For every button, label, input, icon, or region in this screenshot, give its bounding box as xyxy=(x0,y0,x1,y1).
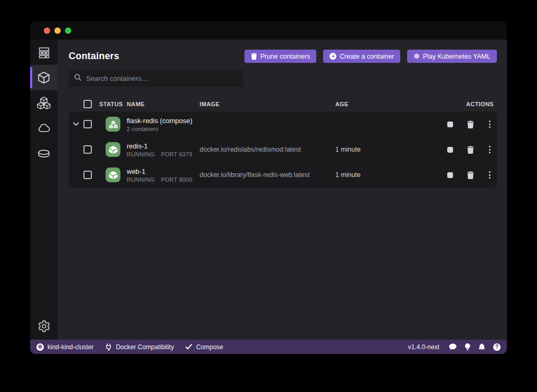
table-row-redis-1[interactable]: redis-1 RUNNING PORT 6379 docker.io/redi… xyxy=(69,137,497,162)
more-actions-button[interactable] xyxy=(488,145,492,154)
create-container-button[interactable]: + Create a container xyxy=(323,50,400,63)
navigation-sidebar xyxy=(30,40,58,340)
row-port: PORT 8000 xyxy=(161,176,193,183)
desktop-background: Containers Prune containers + Create a c… xyxy=(0,0,537,392)
sidebar-item-containers[interactable] xyxy=(30,65,58,90)
status-bar: ☸ kind-kind-cluster Docker Compatibility… xyxy=(30,340,507,354)
table-row-web-1[interactable]: web-1 RUNNING PORT 8000 docker.io/librar… xyxy=(69,162,497,188)
row-name[interactable]: flask-redis (compose) xyxy=(127,117,200,125)
statusbar-compose[interactable]: Compose xyxy=(185,343,223,351)
delete-button[interactable] xyxy=(467,171,474,179)
kubernetes-helm-icon: ☸ xyxy=(36,343,44,351)
row-checkbox[interactable] xyxy=(83,145,92,154)
title-bar[interactable] xyxy=(30,21,507,40)
containers-table: flask-redis (compose) 2 containers xyxy=(69,111,497,188)
column-header-actions: ACTIONS xyxy=(439,101,497,107)
sidebar-item-dashboard[interactable] xyxy=(30,40,58,65)
trash-icon xyxy=(251,53,257,60)
stop-icon xyxy=(447,172,453,178)
trash-icon xyxy=(467,171,474,179)
column-header-status[interactable]: STATUS xyxy=(99,101,127,107)
check-icon xyxy=(185,344,192,350)
plug-icon xyxy=(105,343,112,351)
row-name[interactable]: redis-1 xyxy=(127,142,200,150)
table-header: STATUS NAME IMAGE AGE ACTIONS xyxy=(69,100,497,108)
row-image: docker.io/library/flask-redis-web:latest xyxy=(200,171,335,179)
container-cube-icon xyxy=(37,71,51,85)
window-controls xyxy=(44,27,71,34)
minimize-window-button[interactable] xyxy=(54,27,61,34)
sidebar-item-images[interactable] xyxy=(30,116,58,141)
gear-icon xyxy=(37,320,51,333)
row-state: RUNNING xyxy=(127,151,155,157)
stop-button[interactable] xyxy=(447,172,453,178)
trash-icon xyxy=(467,120,474,128)
prune-containers-button[interactable]: Prune containers xyxy=(244,50,317,63)
row-state: RUNNING xyxy=(127,176,155,183)
collapse-chevron-icon[interactable] xyxy=(69,122,83,126)
compose-group-status-icon xyxy=(106,117,120,132)
row-age: 1 minute xyxy=(335,171,439,179)
row-checkbox[interactable] xyxy=(83,120,92,128)
row-port: PORT 6379 xyxy=(161,151,193,157)
stop-icon xyxy=(447,147,453,153)
container-running-status-icon xyxy=(106,167,120,182)
sidebar-item-volumes[interactable] xyxy=(30,141,58,166)
header-buttons: Prune containers + Create a container ☸ … xyxy=(244,50,497,63)
close-window-button[interactable] xyxy=(44,27,50,34)
version-label: v1.4.0-next xyxy=(408,343,439,351)
pods-cubes-icon xyxy=(37,96,51,110)
kubernetes-helm-icon: ☸ xyxy=(413,53,420,60)
column-header-name[interactable]: NAME xyxy=(127,101,200,107)
volume-disk-icon xyxy=(37,147,51,161)
lightbulb-icon[interactable] xyxy=(465,343,470,351)
statusbar-kind-cluster[interactable]: ☸ kind-kind-cluster xyxy=(36,343,93,351)
more-actions-button[interactable] xyxy=(488,170,492,180)
search-container xyxy=(69,70,243,87)
page-title: Containers xyxy=(69,51,119,62)
sidebar-item-settings[interactable] xyxy=(30,313,58,339)
play-kubernetes-yaml-button[interactable]: ☸ Play Kubernetes YAML xyxy=(407,50,497,63)
stop-button[interactable] xyxy=(447,122,453,127)
cloud-icon xyxy=(37,122,51,135)
zoom-window-button[interactable] xyxy=(65,27,71,34)
container-running-status-icon xyxy=(106,142,120,157)
row-age: 1 minute xyxy=(335,146,439,153)
row-name[interactable]: web-1 xyxy=(127,167,200,175)
stop-button[interactable] xyxy=(447,147,453,153)
bell-icon[interactable] xyxy=(478,343,485,351)
search-icon xyxy=(74,73,82,83)
search-input[interactable] xyxy=(86,74,238,82)
trash-icon xyxy=(467,146,474,154)
app-window: Containers Prune containers + Create a c… xyxy=(30,21,507,354)
row-image: docker.io/redislabs/redismod:latest xyxy=(200,146,335,153)
select-all-checkbox[interactable] xyxy=(83,100,92,108)
main-content: Containers Prune containers + Create a c… xyxy=(58,40,507,340)
column-header-age[interactable]: AGE xyxy=(335,101,439,107)
plus-circle-icon: + xyxy=(329,53,336,60)
column-header-image[interactable]: IMAGE xyxy=(200,101,335,107)
row-checkbox[interactable] xyxy=(83,171,92,179)
stop-icon xyxy=(447,122,453,127)
delete-button[interactable] xyxy=(467,120,474,128)
statusbar-docker-compatibility[interactable]: Docker Compatibility xyxy=(105,343,174,351)
table-row-compose-group[interactable]: flask-redis (compose) 2 containers xyxy=(69,111,497,137)
dashboard-icon xyxy=(37,46,51,59)
sidebar-item-pods[interactable] xyxy=(30,90,58,116)
help-icon[interactable]: ? xyxy=(493,343,501,351)
more-actions-button[interactable] xyxy=(488,119,492,129)
delete-button[interactable] xyxy=(467,146,474,154)
row-subtitle: 2 containers xyxy=(127,126,200,132)
feedback-icon[interactable] xyxy=(449,343,457,350)
